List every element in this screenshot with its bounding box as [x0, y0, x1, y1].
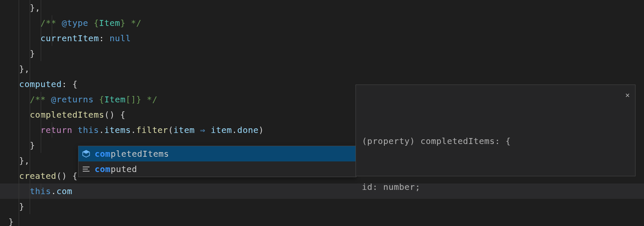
code-editor[interactable]: }, /** @type {Item} */ currentItem: null…: [0, 0, 644, 226]
code-text: items: [104, 125, 131, 135]
code-line: },: [0, 0, 644, 15]
code-line: /** @type {Item} */: [0, 15, 644, 31]
code-text: [8, 33, 40, 43]
code-text: Item: [104, 94, 126, 105]
code-text: /**: [30, 94, 51, 105]
code-text: this: [30, 186, 51, 196]
code-text: }: [8, 140, 35, 150]
code-text: []} */: [126, 94, 157, 105]
code-text: completedItems: [30, 110, 104, 120]
property-icon: [82, 150, 90, 158]
code-text: [8, 125, 40, 135]
code-text: {: [88, 18, 99, 28]
code-text: },: [8, 155, 30, 166]
code-text: [8, 186, 30, 196]
code-text: :: [99, 33, 109, 43]
autocomplete-item-computed[interactable]: computed: [78, 161, 356, 177]
type-info-line: id: number;: [362, 179, 629, 195]
code-text: @returns: [51, 94, 93, 105]
code-text: item: [174, 125, 195, 135]
code-line: currentItem: null: [0, 31, 644, 46]
code-text: created: [19, 171, 56, 181]
code-text: filter: [136, 125, 168, 135]
code-text: }: [8, 48, 35, 59]
code-text: ⇒: [195, 125, 211, 135]
type-info-popup: × (property) completedItems: { id: numbe…: [356, 85, 636, 176]
code-text: [8, 110, 30, 120]
code-text: Item: [99, 18, 120, 28]
code-text: () {: [104, 110, 126, 120]
code-text: [8, 79, 19, 89]
code-text: null: [109, 33, 131, 43]
code-text: .: [99, 125, 104, 135]
code-text: item: [211, 125, 232, 135]
match-text: com: [95, 149, 111, 159]
code-text: done: [237, 125, 258, 135]
match-text: com: [95, 164, 111, 174]
autocomplete-popup[interactable]: completedItems computed: [78, 146, 356, 177]
code-line: },: [0, 61, 644, 76]
autocomplete-item-completeditems[interactable]: completedItems: [78, 146, 356, 161]
code-text: [73, 125, 78, 135]
code-text: {: [94, 94, 104, 105]
code-text: .: [232, 125, 238, 135]
code-text: com: [56, 186, 73, 196]
close-icon[interactable]: ×: [625, 88, 630, 103]
autocomplete-label: computed: [95, 161, 137, 177]
code-text: computed: [19, 79, 62, 89]
code-text: .: [131, 125, 136, 135]
rest-text: puted: [111, 164, 137, 174]
svg-marker-1: [83, 150, 90, 154]
code-text: [8, 94, 30, 105]
type-info-line: (property) completedItems: {: [362, 133, 629, 149]
code-text: }: [8, 201, 25, 212]
rest-text: pletedItems: [111, 149, 169, 159]
autocomplete-label: completedItems: [95, 146, 169, 161]
code-text: },: [8, 3, 40, 13]
code-text: ): [259, 125, 264, 135]
code-text: : {: [62, 79, 78, 89]
code-text: }: [8, 217, 14, 226]
code-text: /**: [40, 18, 62, 28]
code-text: @type: [62, 18, 88, 28]
code-text: [8, 171, 19, 181]
code-text: [8, 18, 40, 28]
code-text: },: [8, 64, 30, 74]
code-text: } */: [120, 18, 141, 28]
code-text: this: [78, 125, 99, 135]
code-text: (: [168, 125, 174, 135]
code-text: () {: [56, 171, 78, 181]
code-text: return: [40, 125, 72, 135]
code-text: currentItem: [40, 33, 99, 43]
code-line: }: [0, 46, 644, 61]
code-text: .: [51, 186, 56, 196]
keyword-icon: [82, 166, 90, 172]
